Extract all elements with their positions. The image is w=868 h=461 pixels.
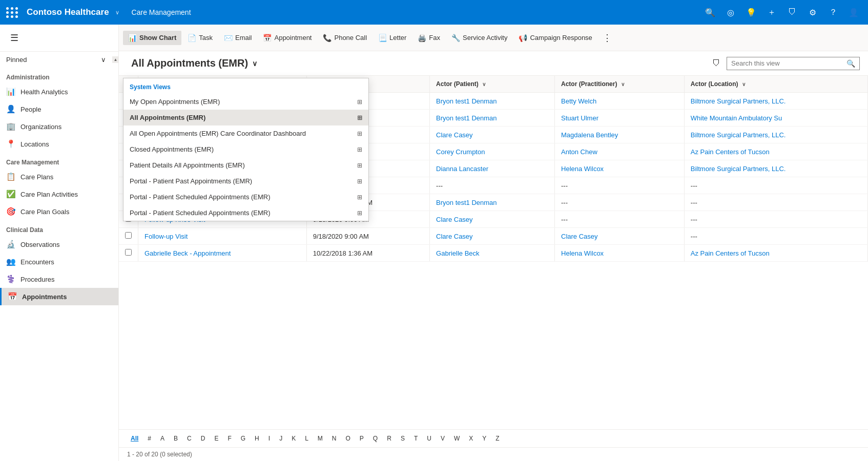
pin-icon[interactable]: ⊞ [357, 194, 362, 201]
page-letter-x[interactable]: X [465, 433, 477, 444]
sidebar-item-care-plan-activities[interactable]: ✅ Care Plan Activities [0, 185, 118, 203]
pin-icon[interactable]: ⊞ [357, 146, 362, 153]
dropdown-item-portal-scheduled-2[interactable]: Portal - Patient Scheduled Appointments … [123, 205, 368, 221]
page-letter-c[interactable]: C [183, 433, 195, 444]
dropdown-item-portal-past[interactable]: Portal - Patient Past Appointments (EMR)… [123, 173, 368, 189]
hamburger-icon[interactable]: ☰ [6, 30, 23, 46]
cell-actor-practitioner[interactable]: Clare Casey [555, 228, 685, 245]
cell-actor-patient[interactable]: Dianna Lancaster [430, 160, 555, 177]
cell-actor-location[interactable]: Biltmore Surgical Partners, LLC. [684, 160, 867, 177]
dropdown-item-closed-appointments[interactable]: Closed Appointments (EMR) ⊞ [123, 141, 368, 157]
phone-call-button[interactable]: 📞 Phone Call [318, 31, 372, 45]
pin-icon[interactable]: ⊞ [357, 209, 362, 217]
page-letter-k[interactable]: K [288, 433, 299, 444]
lightbulb-icon[interactable]: 💡 [743, 4, 759, 20]
sidebar-item-locations[interactable]: 📍 Locations [0, 135, 118, 153]
page-letter-n[interactable]: N [328, 433, 340, 444]
dropdown-item-all-open-coordinator[interactable]: All Open Appointments (EMR) Care Coordin… [123, 125, 368, 141]
cell-actor-location[interactable]: White Mountain Ambulatory Su [684, 110, 867, 127]
cell-actor-patient[interactable]: Clare Casey [430, 211, 555, 228]
fax-button[interactable]: 🖨️ Fax [412, 31, 445, 45]
row-checkbox[interactable] [125, 249, 132, 256]
cell-actor-location[interactable]: Biltmore Surgical Partners, LLC. [684, 93, 867, 110]
sidebar-item-appointments[interactable]: 📅 Appointments [0, 288, 118, 305]
view-filter-icon[interactable]: ⛉ [710, 57, 722, 70]
cell-subject[interactable]: Follow-up Visit [138, 228, 307, 245]
service-activity-button[interactable]: 🔧 Service Activity [446, 31, 512, 45]
add-icon[interactable]: ＋ [763, 4, 780, 20]
cell-actor-patient[interactable]: Bryon test1 Denman [430, 194, 555, 211]
page-letter-u[interactable]: U [423, 433, 435, 444]
page-letter-y[interactable]: Y [479, 433, 490, 444]
settings-icon[interactable]: ⚙ [804, 4, 821, 20]
campaign-response-button[interactable]: 📢 Campaign Response [513, 31, 597, 45]
page-letter-#[interactable]: # [144, 433, 155, 444]
page-letter-z[interactable]: Z [492, 433, 503, 444]
page-letter-j[interactable]: J [276, 433, 286, 444]
cell-actor-patient[interactable]: Bryon test1 Denman [430, 110, 555, 127]
page-letter-p[interactable]: P [356, 433, 367, 444]
cell-actor-patient[interactable]: Clare Casey [430, 127, 555, 143]
pin-icon[interactable]: ⊞ [357, 162, 362, 169]
view-title-button[interactable]: All Appointments (EMR) ∨ [127, 55, 261, 71]
page-letter-all[interactable]: All [127, 433, 142, 444]
scroll-up-btn[interactable]: ▲ [114, 57, 118, 62]
filter-icon[interactable]: ⛉ [784, 4, 800, 20]
page-letter-w[interactable]: W [450, 433, 463, 444]
cell-actor-patient[interactable]: Gabrielle Beck [430, 245, 555, 262]
col-actor-location[interactable]: Actor (Location) ∨ [684, 76, 867, 93]
page-letter-m[interactable]: M [314, 433, 326, 444]
page-letter-h[interactable]: H [251, 433, 263, 444]
col-actor-patient[interactable]: Actor (Patient) ∨ [430, 76, 555, 93]
cell-actor-patient[interactable]: Corey Crumpton [430, 143, 555, 160]
more-options-button[interactable]: ⋮ [598, 29, 616, 47]
page-letter-e[interactable]: E [211, 433, 222, 444]
brand-chevron-icon[interactable]: ∨ [115, 9, 119, 16]
pin-icon[interactable]: ⊞ [357, 114, 362, 121]
page-letter-b[interactable]: B [170, 433, 181, 444]
page-letter-s[interactable]: S [397, 433, 408, 444]
cell-actor-practitioner[interactable]: Magdalena Bentley [555, 127, 685, 143]
page-letter-i[interactable]: I [265, 433, 274, 444]
dropdown-item-my-open[interactable]: My Open Appointments (EMR) ⊞ [123, 94, 368, 110]
target-icon[interactable]: ◎ [722, 4, 739, 20]
search-icon[interactable]: 🔍 [702, 4, 718, 20]
sidebar-item-health-analytics[interactable]: 📊 Health Analytics [0, 83, 118, 100]
sidebar-item-procedures[interactable]: ⚕️ Procedures [0, 270, 118, 288]
sidebar-item-people[interactable]: 👤 People [0, 100, 118, 118]
sidebar-item-care-plans[interactable]: 📋 Care Plans [0, 168, 118, 185]
appointment-button[interactable]: 📅 Appointment [258, 31, 317, 45]
cell-actor-practitioner[interactable]: Helena Wilcox [555, 160, 685, 177]
page-letter-a[interactable]: A [157, 433, 168, 444]
pin-icon[interactable]: ⊞ [357, 98, 362, 106]
task-button[interactable]: 📄 Task [182, 31, 218, 45]
search-submit-icon[interactable]: 🔍 [846, 59, 855, 68]
dropdown-item-all-appointments[interactable]: All Appointments (EMR) ⊞ [123, 110, 368, 125]
email-button[interactable]: ✉️ Email [219, 31, 257, 45]
dropdown-item-patient-details-all[interactable]: Patient Details All Appointments (EMR) ⊞ [123, 157, 368, 173]
row-checkbox[interactable] [125, 232, 132, 239]
cell-actor-practitioner[interactable]: Helena Wilcox [555, 245, 685, 262]
col-actor-practitioner[interactable]: Actor (Practitioner) ∨ [555, 76, 685, 93]
help-icon[interactable]: ？ [825, 4, 841, 20]
pin-icon[interactable]: ⊞ [357, 178, 362, 185]
page-letter-t[interactable]: T [410, 433, 421, 444]
dropdown-item-portal-scheduled-1[interactable]: Portal - Patient Scheduled Appointments … [123, 189, 368, 205]
page-letter-v[interactable]: V [437, 433, 448, 444]
sidebar-pinned[interactable]: Pinned ∨ [0, 52, 112, 68]
cell-actor-patient[interactable]: Clare Casey [430, 228, 555, 245]
cell-actor-practitioner[interactable]: Betty Welch [555, 93, 685, 110]
page-letter-g[interactable]: G [237, 433, 249, 444]
page-letter-l[interactable]: L [301, 433, 312, 444]
page-letter-d[interactable]: D [197, 433, 209, 444]
cell-actor-location[interactable]: Az Pain Centers of Tucson [684, 245, 867, 262]
cell-actor-patient[interactable]: Bryon test1 Denman [430, 93, 555, 110]
page-letter-r[interactable]: R [383, 433, 395, 444]
cell-actor-practitioner[interactable]: Stuart Ulmer [555, 110, 685, 127]
search-input[interactable] [731, 59, 843, 67]
cell-actor-location[interactable]: Az Pain Centers of Tucson [684, 143, 867, 160]
sidebar-item-care-plan-goals[interactable]: 🎯 Care Plan Goals [0, 203, 118, 220]
sidebar-item-organizations[interactable]: 🏢 Organizations [0, 118, 118, 135]
sidebar-item-observations[interactable]: 🔬 Observations [0, 236, 118, 253]
sidebar-item-encounters[interactable]: 👥 Encounters [0, 253, 118, 270]
